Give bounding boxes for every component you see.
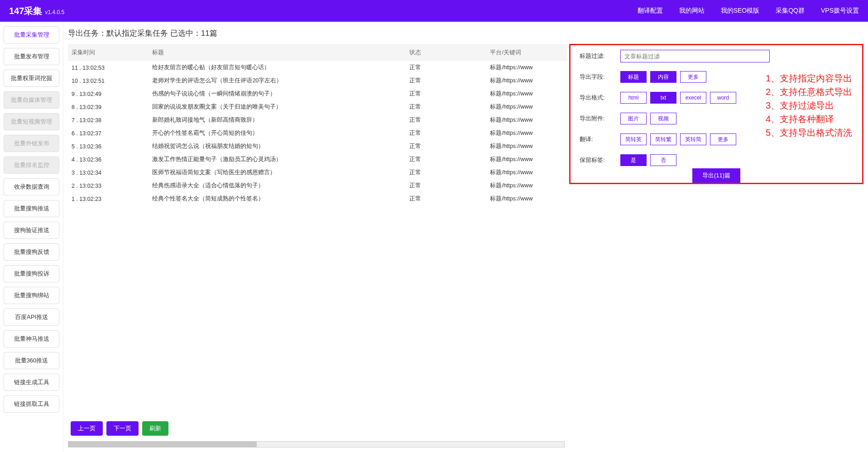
- cell-platform: 标题/https://www: [486, 153, 567, 166]
- sidebar-item[interactable]: 收录数据查询: [4, 178, 59, 195]
- nav-item[interactable]: 翻译配置: [638, 7, 663, 15]
- cell-platform: 标题/https://www: [486, 179, 567, 192]
- sidebar-item[interactable]: 批量搜狗投诉: [4, 265, 59, 282]
- cell-platform: 标题/https://www: [486, 100, 567, 114]
- format-option[interactable]: txt: [650, 92, 676, 104]
- table-row[interactable]: 5 . 13:02:36结婚祝贺词怎么说（祝福朋友结婚的短句）正常标题/http…: [68, 140, 567, 153]
- cell-platform: 标题/https://www: [486, 87, 567, 100]
- table-row[interactable]: 7 . 13:02:38新郎婚礼致词接地气（新郎高情商致辞）正常标题/https…: [68, 114, 567, 127]
- sidebar-item: 批量外链发布: [4, 135, 59, 152]
- cell-title: 经典个性签名大全（简短成熟的个性签名）: [149, 192, 406, 205]
- field-option[interactable]: 更多: [680, 71, 706, 83]
- prev-page-button[interactable]: 上一页: [71, 421, 103, 436]
- table-row[interactable]: 9 . 13:02:49伤感的句子说说心情（一瞬间情绪崩溃的句子）正常标题/ht…: [68, 87, 567, 100]
- cell-title: 医师节祝福语简短文案（写给医生的感恩赠言）: [149, 166, 406, 179]
- annotation-list: 1、支持指定内容导出2、支持任意格式导出3、支持过滤导出4、支持各种翻译5、支持…: [766, 71, 852, 139]
- table-row[interactable]: 11 . 13:02:53给好友留言的暖心贴（好友留言短句暖心话）正常标题/ht…: [68, 61, 567, 74]
- format-option[interactable]: word: [710, 92, 736, 104]
- filter-label: 标题过滤:: [580, 52, 620, 60]
- cell-status: 正常: [406, 74, 486, 87]
- cell-time: 1 . 13:02:23: [68, 192, 149, 205]
- cell-time: 9 . 13:02:49: [68, 87, 149, 100]
- sidebar-item[interactable]: 批量搜狗反馈: [4, 243, 59, 261]
- attach-option[interactable]: 视频: [650, 113, 676, 124]
- scrollbar-thumb[interactable]: [68, 442, 257, 447]
- sidebar-item[interactable]: 百度API推送: [4, 309, 59, 326]
- cell-time: 2 . 13:02:33: [68, 179, 149, 192]
- translate-option[interactable]: 更多: [710, 133, 736, 145]
- header-nav: 翻译配置我的网站我的SEO模版采集QQ群VPS拨号设置: [638, 7, 859, 15]
- cell-status: 正常: [406, 114, 486, 127]
- cell-time: 11 . 13:02:53: [68, 61, 149, 74]
- export-panel: 标题过滤: 导出字段: 标题内容更多 导出格式: htmltxtexecelwo…: [569, 44, 863, 184]
- format-option[interactable]: execel: [680, 92, 706, 104]
- nav-item[interactable]: VPS拨号设置: [821, 7, 859, 15]
- horizontal-scrollbar[interactable]: [68, 441, 565, 447]
- cell-title: 伤感的句子说说心情（一瞬间情绪崩溃的句子）: [149, 87, 406, 100]
- sidebar-item[interactable]: 搜狗验证推送: [4, 222, 59, 239]
- keeptag-option[interactable]: 是: [620, 154, 647, 166]
- translate-label: 翻译:: [580, 135, 620, 143]
- nav-item[interactable]: 我的网站: [679, 7, 705, 15]
- cell-time: 10 . 13:02:51: [68, 74, 149, 87]
- translate-option[interactable]: 简转繁: [650, 133, 676, 145]
- sidebar-item: 批量自媒体管理: [4, 91, 59, 109]
- col-platform: 平台/关键词: [486, 44, 567, 61]
- sidebar-item: 批量排名监控: [4, 157, 59, 174]
- title-filter-input[interactable]: [620, 50, 770, 62]
- cell-platform: 标题/https://www: [486, 140, 567, 153]
- cell-title: 回家的说说发朋友圈文案（关于归途的唯美句子）: [149, 100, 406, 114]
- cell-status: 正常: [406, 166, 486, 179]
- sidebar-item[interactable]: 批量搜狗绑站: [4, 287, 59, 304]
- page-title: 导出任务：默认指定采集任务 已选中：11篇: [68, 28, 868, 44]
- nav-item[interactable]: 我的SEO模版: [721, 7, 760, 15]
- sidebar-item[interactable]: 批量权重词挖掘: [4, 70, 59, 87]
- sidebar-item[interactable]: 批量搜狗推送: [4, 200, 59, 217]
- table-row[interactable]: 10 . 13:02:51老师对学生的评语怎么写（班主任评语20字左右）正常标题…: [68, 74, 567, 87]
- cell-time: 8 . 13:02:39: [68, 100, 149, 114]
- sidebar-item[interactable]: 批量采集管理: [4, 26, 59, 43]
- table-row[interactable]: 3 . 13:02:34医师节祝福语简短文案（写给医生的感恩赠言）正常标题/ht…: [68, 166, 567, 179]
- cell-platform: 标题/https://www: [486, 61, 567, 74]
- translate-option[interactable]: 简转英: [620, 133, 647, 145]
- pager: 上一页 下一页 刷新: [68, 414, 567, 439]
- field-option[interactable]: 标题: [620, 71, 647, 83]
- refresh-button[interactable]: 刷新: [142, 421, 168, 436]
- cell-title: 开心的个性签名霸气（开心简短的佳句）: [149, 127, 406, 140]
- app-version: v1.4.0.5: [45, 9, 64, 15]
- next-page-button[interactable]: 下一页: [106, 421, 139, 436]
- main-area: 导出任务：默认指定采集任务 已选中：11篇 采集时间 标题 状态 平台/关键词: [63, 22, 868, 452]
- table-row[interactable]: 1 . 13:02:23经典个性签名大全（简短成熟的个性签名）正常标题/http…: [68, 192, 567, 205]
- sidebar-item[interactable]: 批量神马推送: [4, 330, 59, 347]
- annotation-line: 1、支持指定内容导出: [766, 71, 852, 85]
- export-button[interactable]: 导出(11)篇: [692, 168, 740, 183]
- cell-status: 正常: [406, 100, 486, 114]
- sidebar-item[interactable]: 批量发布管理: [4, 48, 59, 65]
- cell-title: 新郎婚礼致词接地气（新郎高情商致辞）: [149, 114, 406, 127]
- translate-option[interactable]: 英转简: [680, 133, 706, 145]
- cell-platform: 标题/https://www: [486, 127, 567, 140]
- cell-time: 7 . 13:02:38: [68, 114, 149, 127]
- attach-option[interactable]: 图片: [620, 113, 647, 124]
- col-status: 状态: [406, 44, 486, 61]
- table-row[interactable]: 8 . 13:02:39回家的说说发朋友圈文案（关于归途的唯美句子）正常标题/h…: [68, 100, 567, 114]
- sidebar-item: 批量短视频管理: [4, 113, 59, 130]
- cell-time: 6 . 13:02:37: [68, 127, 149, 140]
- format-label: 导出格式:: [580, 94, 620, 102]
- col-time: 采集时间: [68, 44, 149, 61]
- keeptag-option[interactable]: 否: [650, 154, 676, 166]
- format-option[interactable]: html: [620, 92, 647, 104]
- cell-title: 老师对学生的评语怎么写（班主任评语20字左右）: [149, 74, 406, 87]
- sidebar-item[interactable]: 链接抓取工具: [4, 395, 59, 413]
- cell-status: 正常: [406, 179, 486, 192]
- table-row[interactable]: 2 . 13:02:33经典伤感语录大全（适合心情低落的句子）正常标题/http…: [68, 179, 567, 192]
- cell-status: 正常: [406, 127, 486, 140]
- nav-item[interactable]: 采集QQ群: [776, 7, 805, 15]
- field-option[interactable]: 内容: [650, 71, 676, 83]
- table-row[interactable]: 4 . 13:02:36激发工作热情正能量句子（激励员工的心灵鸡汤）正常标题/h…: [68, 153, 567, 166]
- sidebar-item[interactable]: 链接生成工具: [4, 374, 59, 391]
- table-row[interactable]: 6 . 13:02:37开心的个性签名霸气（开心简短的佳句）正常标题/https…: [68, 127, 567, 140]
- cell-platform: 标题/https://www: [486, 192, 567, 205]
- sidebar-item[interactable]: 批量360推送: [4, 352, 59, 369]
- cell-time: 4 . 13:02:36: [68, 153, 149, 166]
